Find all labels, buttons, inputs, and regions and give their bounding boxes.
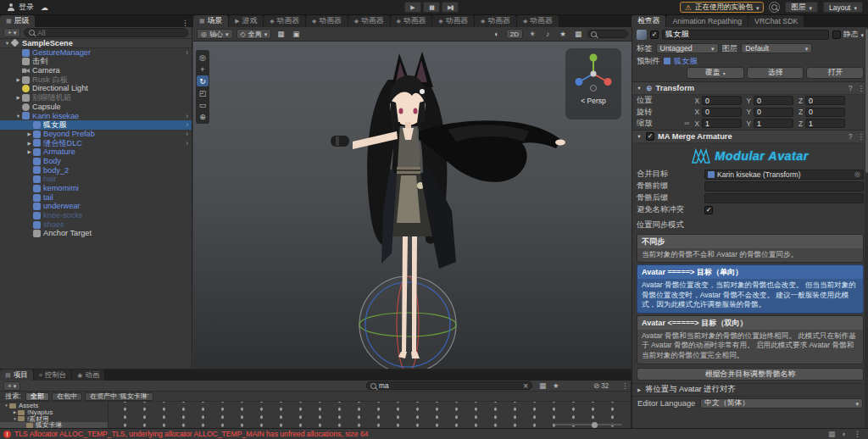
expand-caret-icon[interactable]: ▶ — [25, 147, 33, 157]
tab-游戏-1[interactable]: ▶游戏 — [229, 15, 263, 27]
hierarchy-search[interactable] — [24, 28, 188, 37]
snap-icon[interactable] — [290, 29, 302, 39]
transform-value-field[interactable]: 1 — [754, 119, 793, 128]
lighting-toggle-icon[interactable] — [526, 29, 538, 39]
expand-caret-icon[interactable]: ▶ — [14, 75, 22, 85]
tab-动画[interactable]: ◉动画 — [72, 370, 104, 381]
scene-search[interactable] — [587, 30, 628, 38]
hierarchy-item-击剑[interactable]: 击剑 — [0, 57, 192, 66]
hierarchy-item-Camera[interactable]: Camera — [0, 66, 192, 75]
pivot-mode-dropdown[interactable]: 轴心 — [197, 29, 233, 39]
search-by-label-icon[interactable] — [553, 381, 559, 390]
tab-动画器-7[interactable]: ◈动画器 — [475, 15, 516, 27]
project-folder-!Nyaplus[interactable]: ▶!Nyaplus — [0, 409, 108, 416]
layout-dropdown[interactable]: Layout — [823, 2, 863, 13]
prefab-open-arrow-icon[interactable]: › — [186, 120, 192, 130]
tab-动画器-5[interactable]: ◈动画器 — [391, 15, 432, 27]
prefab-overrides-button[interactable]: 覆盖▾ — [687, 67, 744, 79]
hierarchy-item-Karin kisekae[interactable]: ▼Karin kisekae› — [0, 112, 192, 121]
hierarchy-item-Anchor Target[interactable]: Anchor Target — [0, 229, 192, 238]
tab-Animation Repathing[interactable]: Animation Repathing — [666, 15, 748, 27]
grid-visibility-icon[interactable] — [275, 29, 287, 39]
prefab-open-arrow-icon[interactable]: › — [186, 130, 192, 139]
rename-bones-button[interactable]: 根据合并目标调整骨骼名称 — [637, 368, 864, 381]
hierarchy-item-kemomimi[interactable]: kemomimi — [0, 184, 192, 193]
expand-caret-icon[interactable]: ▶ — [25, 139, 33, 148]
tab-动画器-3[interactable]: ◈动画器 — [306, 15, 348, 27]
hierarchy-item-SampleScene[interactable]: ▼SampleScene — [0, 39, 192, 48]
editor-language-dropdown[interactable]: 中文（简体） — [700, 398, 863, 408]
search-scope-button-1[interactable]: 在包中 — [52, 392, 82, 401]
hierarchy-item-knee-socks[interactable]: knee-socks — [0, 211, 192, 220]
transform-value-field[interactable]: 1 — [805, 119, 845, 128]
unity-search-button[interactable] — [769, 2, 780, 13]
help-icon[interactable] — [849, 84, 853, 92]
tag-dropdown[interactable]: Untagged — [656, 43, 719, 53]
handle-space-dropdown[interactable]: 全局 — [236, 29, 272, 39]
cloud-icon[interactable] — [41, 3, 48, 12]
rect-tool-button[interactable]: ▭ — [197, 99, 209, 110]
static-checkbox[interactable] — [832, 31, 841, 39]
transform-tool-button[interactable]: ⊕ — [197, 111, 209, 122]
component-menu-icon[interactable] — [858, 84, 865, 92]
project-search[interactable] — [366, 381, 532, 390]
prefab-open-arrow-icon[interactable]: › — [186, 112, 192, 121]
activity-icon[interactable] — [843, 430, 847, 438]
hierarchy-item-body_2[interactable]: body_2 — [0, 166, 192, 175]
gizmos-dropdown-icon[interactable] — [572, 29, 584, 39]
icon-size-slider[interactable] — [554, 424, 622, 425]
hierarchy-item-Rusk 白板[interactable]: ▶Rusk 白板 — [0, 75, 192, 85]
console-shortcut-icon[interactable] — [828, 430, 836, 438]
hierarchy-menu-icon[interactable] — [177, 19, 193, 27]
transform-component-header[interactable]: ▼ ⊕ Transform — [632, 81, 868, 95]
tab-动画器-8[interactable]: ◈动画器 — [517, 15, 559, 27]
effects-toggle-icon[interactable] — [557, 29, 569, 39]
static-dropdown[interactable]: 静态 — [832, 30, 864, 40]
layers-dropdown[interactable]: 图层 — [785, 2, 818, 13]
bone-prefix-input[interactable] — [704, 181, 864, 192]
step-button[interactable] — [442, 2, 459, 13]
hierarchy-search-input[interactable] — [37, 29, 183, 37]
scale-tool-button[interactable]: ◰ — [197, 87, 209, 98]
sync-mode-option-1[interactable]: Avatar =====> 目标（单向）Avatar 骨骼位置改变，当前对象的骨… — [637, 264, 864, 314]
expand-caret-icon[interactable]: ▼ — [14, 112, 22, 121]
hierarchy-item-Capsule[interactable]: Capsule — [0, 103, 192, 112]
search-by-type-icon[interactable] — [539, 381, 546, 390]
hierarchy-item-缝合怪DLC[interactable]: ▶缝合怪DLC› — [0, 139, 192, 148]
prefab-open-arrow-icon[interactable]: › — [186, 139, 192, 148]
prefab-open-arrow-icon[interactable]: › — [186, 48, 192, 58]
project-search-input[interactable] — [379, 381, 520, 390]
hidden-packages-count[interactable]: 32 — [593, 381, 609, 390]
transform-value-field[interactable]: 0 — [805, 96, 845, 105]
hierarchy-item-狐女服[interactable]: 狐女服› — [0, 120, 192, 130]
tab-场景-0[interactable]: ▦场景 — [193, 15, 228, 27]
rotate-tool-button[interactable]: ↻ — [197, 75, 209, 86]
transform-value-field[interactable]: 0 — [702, 108, 742, 117]
hierarchy-item-hair[interactable]: hair — [0, 175, 192, 184]
gameobject-name-field[interactable] — [662, 30, 829, 40]
transform-value-field[interactable]: 0 — [754, 96, 793, 105]
tab-VRChat SDK[interactable]: VRChat SDK — [748, 15, 804, 27]
active-checkbox[interactable] — [650, 31, 659, 39]
transform-value-field[interactable]: 0 — [805, 108, 845, 117]
ma-merge-armature-header[interactable]: ▼ MA Merge Armature — [632, 130, 868, 143]
asset-search-results-grid[interactable] — [108, 402, 631, 428]
transform-value-field[interactable]: 1 — [702, 119, 742, 128]
projection-label[interactable]: < Persp — [581, 97, 606, 105]
status-menu-icon[interactable] — [854, 430, 861, 438]
hierarchy-item-Directional Light[interactable]: Directional Light — [0, 84, 192, 93]
clear-search-icon[interactable] — [523, 381, 528, 391]
hierarchy-item-shoes[interactable]: shoes — [0, 220, 192, 230]
align-position-foldout[interactable]: ▶ 将位置与 Avatar 进行对齐 — [632, 383, 868, 396]
foldout-caret-icon[interactable]: ▼ — [636, 86, 643, 91]
prefab-select-button[interactable]: 选择 — [747, 67, 804, 79]
play-button[interactable] — [404, 2, 421, 13]
tab-动画器-2[interactable]: ◈动画器 — [264, 15, 305, 27]
experimental-packages-dropdown[interactable]: 正在使用的实验包 — [680, 2, 764, 13]
transform-value-field[interactable]: 0 — [702, 96, 742, 105]
error-icon[interactable]: ! — [3, 431, 11, 438]
create-asset-button[interactable]: + — [3, 381, 20, 391]
view-tool-button[interactable]: ◎ — [197, 52, 209, 63]
hierarchy-item-别聊随机箱[interactable]: ▶别聊随机箱 — [0, 93, 192, 103]
status-message[interactable]: TLS Allocator ALLOC_TEMP_TLS, underlying… — [14, 430, 368, 438]
